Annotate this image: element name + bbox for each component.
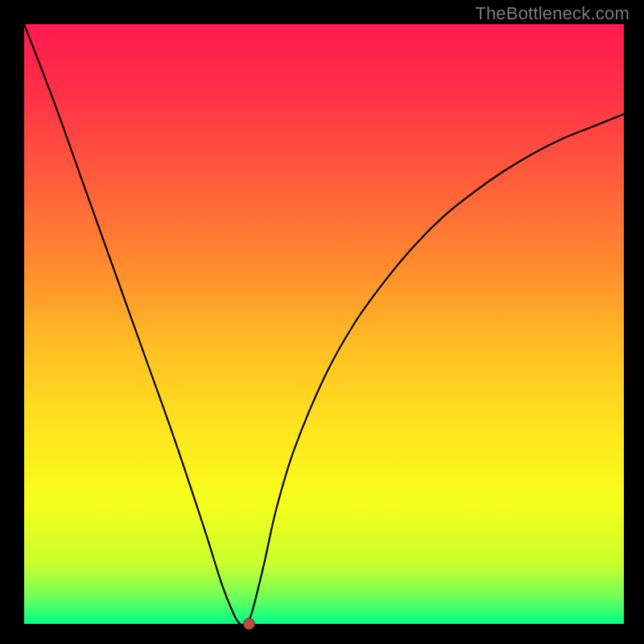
watermark-text: TheBottleneck.com <box>475 3 630 24</box>
bottleneck-chart <box>0 0 644 644</box>
valley-marker <box>243 618 254 630</box>
plot-background <box>24 24 624 624</box>
chart-container: TheBottleneck.com <box>0 0 644 644</box>
